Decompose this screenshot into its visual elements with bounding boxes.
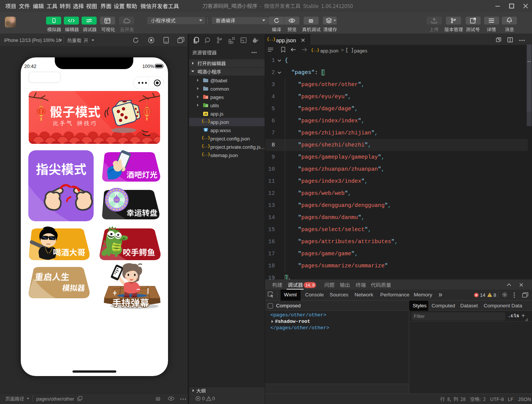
svg-text:GO: GO <box>115 198 119 201</box>
